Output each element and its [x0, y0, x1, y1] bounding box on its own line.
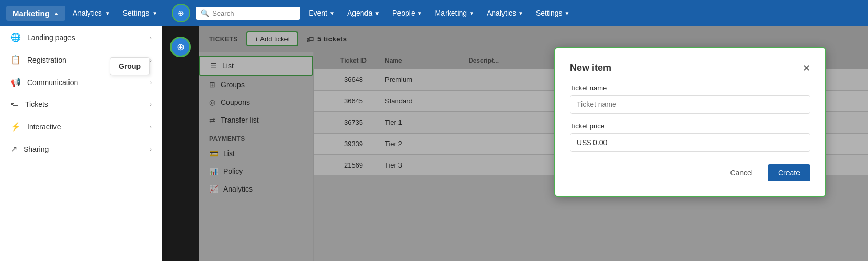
landing-pages-icon: 🌐 [10, 32, 21, 42]
nav-settings-right[interactable]: Settings ▼ [530, 6, 576, 20]
nav-analytics[interactable]: Analytics ▼ [67, 6, 116, 20]
registration-chevron: › [150, 57, 152, 63]
nav-agenda[interactable]: Agenda ▼ [341, 6, 386, 20]
brand-chevron: ▲ [54, 10, 59, 16]
nav-marketing[interactable]: Marketing ▼ [429, 6, 481, 20]
nav-event[interactable]: Event ▼ [302, 6, 341, 20]
sharing-icon: ↗ [10, 144, 17, 154]
interactive-icon: ⚡ [10, 122, 21, 132]
modal-actions: Cancel Create [570, 164, 810, 181]
analytics-chevron: ▼ [105, 10, 110, 16]
interactive-chevron: › [150, 124, 152, 130]
circular-icon-button[interactable]: ⊕ [170, 37, 191, 57]
search-bar[interactable]: 🔍 [196, 7, 300, 20]
nav-divider [167, 5, 167, 21]
black-panel: ⊕ [162, 26, 199, 261]
tickets-chevron: › [150, 101, 152, 108]
nav-event-label: Event [309, 9, 327, 17]
sidebar-dropdown: 🌐 Landing pages › 📋 Registration › 📢 Com… [0, 26, 162, 261]
agenda-chevron: ▼ [374, 10, 380, 16]
sidebar-label-interactive: Interactive [27, 123, 61, 131]
landing-pages-chevron: › [150, 34, 152, 41]
sidebar-label-tickets: Tickets [25, 100, 48, 109]
search-icon: 🔍 [201, 9, 209, 17]
tickets-icon: 🏷 [10, 100, 19, 109]
modal-title: New item [570, 63, 611, 74]
ticket-name-input[interactable] [570, 95, 810, 114]
sidebar-item-interactive[interactable]: ⚡ Interactive › [0, 115, 162, 138]
create-button[interactable]: Create [768, 164, 810, 181]
sidebar-label-landing-pages: Landing pages [27, 33, 75, 42]
communication-icon: 📢 [10, 77, 21, 87]
marketing-chevron: ▼ [469, 10, 474, 16]
nav-analytics-right-label: Analytics [487, 9, 516, 17]
new-item-modal: New item ✕ Ticket name Ticket price Canc… [554, 47, 826, 197]
modal-overlay: New item ✕ Ticket name Ticket price Canc… [199, 26, 868, 261]
nav-analytics-right[interactable]: Analytics ▼ [481, 6, 530, 20]
top-navigation: Marketing ▲ Analytics ▼ Settings ▼ ⊕ 🔍 E… [0, 0, 868, 26]
second-nav: Event ▼ Agenda ▼ People ▼ Marketing ▼ An… [302, 6, 862, 20]
modal-close-button[interactable]: ✕ [803, 64, 810, 73]
sidebar-item-landing-pages[interactable]: 🌐 Landing pages › [0, 26, 162, 49]
nav-agenda-label: Agenda [347, 9, 372, 17]
nav-settings[interactable]: Settings ▼ [118, 6, 163, 20]
settings-right-chevron: ▼ [565, 10, 570, 16]
nav-icon-char: ⊕ [178, 9, 184, 17]
search-input[interactable] [212, 9, 295, 17]
marketing-label: Marketing [13, 9, 50, 18]
event-chevron: ▼ [329, 10, 335, 16]
sidebar-item-tickets[interactable]: 🏷 Tickets › [0, 93, 162, 115]
ticket-name-label: Ticket name [570, 84, 810, 92]
sidebar-label-communication: Communication [27, 78, 78, 87]
nav-settings-right-label: Settings [536, 9, 563, 17]
settings-chevron: ▼ [152, 10, 157, 16]
sidebar-label-registration: Registration [27, 56, 66, 64]
nav-marketing-label: Marketing [435, 9, 467, 17]
sidebar-label-sharing: Sharing [24, 145, 49, 153]
registration-icon: 📋 [10, 55, 21, 65]
analytics-right-chevron: ▼ [518, 10, 523, 16]
arrows-icon: ⊕ [177, 41, 185, 53]
nav-people-label: People [392, 9, 415, 17]
cancel-button[interactable]: Cancel [721, 164, 762, 181]
group-label: Group [110, 57, 150, 75]
ticket-price-input[interactable] [570, 133, 810, 152]
communication-chevron: › [150, 79, 152, 86]
modal-header: New item ✕ [570, 63, 810, 74]
main-layout: 🌐 Landing pages › 📋 Registration › 📢 Com… [0, 26, 868, 261]
nav-people[interactable]: People ▼ [386, 6, 429, 20]
sharing-chevron: › [150, 146, 152, 152]
nav-icon-button[interactable]: ⊕ [172, 4, 190, 22]
ticket-price-label: Ticket price [570, 122, 810, 130]
marketing-brand[interactable]: Marketing ▲ [6, 6, 65, 21]
sidebar-item-sharing[interactable]: ↗ Sharing › [0, 138, 162, 160]
content-area: TICKETS + Add ticket 🏷 5 tickets ☰ List … [199, 26, 868, 261]
people-chevron: ▼ [417, 10, 422, 16]
